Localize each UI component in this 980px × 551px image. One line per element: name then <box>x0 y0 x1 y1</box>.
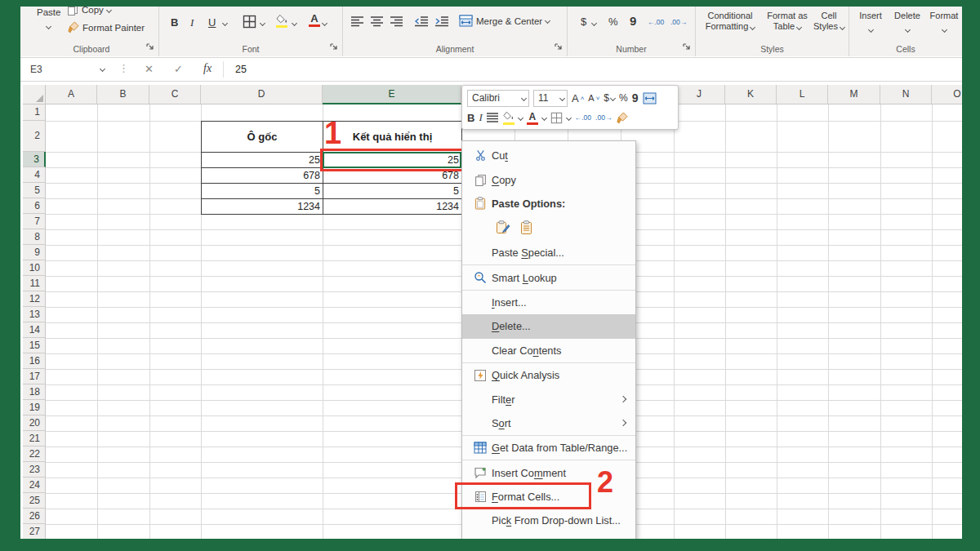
mini-borders-icon[interactable] <box>550 112 563 124</box>
column-header-J[interactable]: J <box>674 85 725 104</box>
row-header-22[interactable]: 22 <box>23 447 46 462</box>
format-cells-ribbon-button[interactable]: Format <box>926 11 962 34</box>
row-header-27[interactable]: 27 <box>23 524 46 539</box>
menu-item-quick-analysis[interactable]: Quick Analysis <box>462 363 635 387</box>
menu-item-paste-special[interactable]: Paste Special... <box>462 241 635 264</box>
select-all-corner[interactable] <box>23 85 46 104</box>
font-dialog-launcher-icon[interactable] <box>330 43 339 52</box>
row-header-7[interactable]: 7 <box>23 214 46 229</box>
mini-fill-color-dropdown-icon[interactable] <box>518 114 523 120</box>
column-header-C[interactable]: C <box>149 85 201 104</box>
name-box-dropdown-icon[interactable] <box>100 66 105 72</box>
column-header-O[interactable]: O <box>932 85 962 104</box>
row-header-6[interactable]: 6 <box>23 198 46 214</box>
underline-dropdown-icon[interactable] <box>222 20 228 26</box>
font-color-button[interactable]: A <box>309 12 320 27</box>
table-cell[interactable]: 678 <box>202 168 323 184</box>
row-header-26[interactable]: 26 <box>23 509 46 524</box>
fill-color-dropdown-icon[interactable] <box>292 20 297 26</box>
column-header-E[interactable]: E <box>323 85 461 104</box>
table-cell[interactable]: 5 <box>202 184 323 199</box>
alignment-dialog-launcher-icon[interactable] <box>555 43 564 52</box>
row-header-8[interactable]: 8 <box>23 229 46 245</box>
align-left-icon[interactable] <box>351 16 364 27</box>
accounting-dropdown-icon[interactable] <box>591 20 597 26</box>
mini-format-painter-icon[interactable] <box>616 112 628 124</box>
formula-bar-value[interactable]: 25 <box>235 64 247 75</box>
mini-merge-center-icon[interactable] <box>643 92 657 104</box>
copy-button[interactable]: Copy <box>67 7 111 16</box>
menu-item-clear-contents[interactable]: Clear Contents <box>462 339 635 362</box>
mini-font-size-select[interactable]: 11 <box>533 90 568 107</box>
decrease-indent-icon[interactable] <box>415 16 429 27</box>
underline-button[interactable]: U <box>208 16 216 29</box>
mini-grow-font-button[interactable]: A˄ <box>572 92 584 104</box>
mini-font-color-dropdown-icon[interactable] <box>541 114 547 120</box>
fill-color-button[interactable] <box>276 14 288 28</box>
row-header-5[interactable]: 5 <box>23 183 46 198</box>
row-header-18[interactable]: 18 <box>23 384 46 400</box>
italic-button[interactable]: I <box>190 16 194 29</box>
paste-button[interactable]: Paste <box>37 7 60 30</box>
row-header-19[interactable]: 19 <box>23 400 46 415</box>
increase-indent-icon[interactable] <box>435 16 449 27</box>
comma-style-button[interactable]: 9 <box>630 14 636 28</box>
mini-font-name-select[interactable]: Calibri <box>467 90 529 107</box>
table-cell[interactable]: 1234 <box>202 199 323 215</box>
table-cell[interactable]: 5 <box>323 184 462 199</box>
table-cell[interactable]: 25 <box>202 153 323 168</box>
row-header-14[interactable]: 14 <box>23 322 46 338</box>
column-header-K[interactable]: K <box>725 85 777 104</box>
number-dialog-launcher-icon[interactable] <box>683 43 692 52</box>
mini-italic-button[interactable]: I <box>479 111 482 124</box>
row-header-10[interactable]: 10 <box>23 260 46 276</box>
cancel-icon[interactable]: ✕ <box>145 63 154 75</box>
bold-button[interactable]: B <box>171 16 178 29</box>
insert-function-icon[interactable]: fx <box>203 62 212 75</box>
mini-borders-dropdown-icon[interactable] <box>566 114 572 120</box>
mini-percent-button[interactable]: % <box>619 92 628 104</box>
format-painter-button[interactable]: Format Painter <box>67 21 145 33</box>
menu-item-pick-from-drop-down-list[interactable]: Pick From Drop-down List... <box>462 509 635 532</box>
row-header-12[interactable]: 12 <box>23 291 46 307</box>
menu-item-cut[interactable]: Cut <box>462 144 635 167</box>
row-header-3[interactable]: 3 <box>23 152 46 167</box>
row-header-4[interactable]: 4 <box>23 167 46 183</box>
menu-item-filter[interactable]: Filter <box>462 387 635 411</box>
mini-comma-button[interactable]: 9 <box>632 91 639 104</box>
row-header-23[interactable]: 23 <box>23 462 46 478</box>
menu-item-get-data-from-table-range[interactable]: Get Data from Table/Range... <box>462 436 635 460</box>
formula-bar-drag-handle[interactable]: ⋮ <box>118 62 129 74</box>
menu-item-delete[interactable]: Delete... <box>462 314 635 338</box>
percent-style-button[interactable]: % <box>608 16 618 28</box>
mini-accounting-button[interactable]: $ <box>604 92 615 104</box>
clipboard-dialog-launcher-icon[interactable] <box>146 43 155 52</box>
table-header-cell[interactable]: Ô gốc <box>202 122 323 153</box>
row-header-21[interactable]: 21 <box>23 431 46 447</box>
column-header-A[interactable]: A <box>46 85 97 104</box>
table-cell[interactable]: 1234 <box>323 199 462 215</box>
align-right-icon[interactable] <box>390 16 403 27</box>
mini-fill-color-button[interactable] <box>503 111 514 125</box>
conditional-formatting-button[interactable]: Conditional Formatting <box>697 11 763 32</box>
menu-item-sort[interactable]: Sort <box>462 411 635 435</box>
row-header-1[interactable]: 1 <box>23 104 46 121</box>
cell-styles-button[interactable]: Cell Styles <box>810 11 848 32</box>
mini-align-icon[interactable] <box>487 113 499 122</box>
paste-values-icon[interactable] <box>519 220 534 238</box>
row-header-13[interactable]: 13 <box>23 307 46 322</box>
borders-icon[interactable] <box>243 15 256 29</box>
row-header-11[interactable]: 11 <box>23 276 46 291</box>
mini-font-color-button[interactable]: A <box>527 111 538 125</box>
column-header-N[interactable]: N <box>880 85 932 104</box>
row-header-25[interactable]: 25 <box>23 493 46 509</box>
row-header-15[interactable]: 15 <box>23 338 46 353</box>
format-as-table-button[interactable]: Format as Table <box>764 11 810 32</box>
row-header-2[interactable]: 2 <box>23 121 46 152</box>
insert-cells-button[interactable]: Insert <box>854 11 887 34</box>
mini-shrink-font-button[interactable]: A˅ <box>588 93 599 103</box>
mini-bold-button[interactable]: B <box>467 112 474 124</box>
mini-increase-decimal-button[interactable]: ←.00 <box>575 113 591 122</box>
paste-keep-formatting-icon[interactable] <box>495 220 510 238</box>
enter-icon[interactable]: ✓ <box>174 63 183 75</box>
